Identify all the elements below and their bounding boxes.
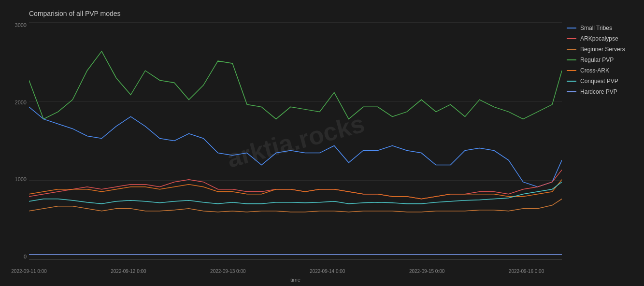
legend-color-cross-ark (567, 70, 576, 71)
legend-label-arkpocalypse: ARKpocalypse (580, 35, 618, 42)
x-label-1: 2022-09-12 0:00 (111, 269, 146, 274)
x-label-3: 2022-09-14 0:00 (310, 269, 345, 274)
legend-item-cross-ark: Cross-ARK (567, 67, 634, 74)
legend-color-regular-pvp (567, 59, 576, 60)
chart-plot: 3000 2000 1000 0 arktia.rocks (29, 22, 562, 260)
y-label-1000: 1000 (2, 176, 27, 182)
legend-color-beginner-servers (567, 49, 576, 50)
legend-label-conquest-pvp: Conquest PVP (580, 78, 618, 85)
legend-label-regular-pvp: Regular PVP (580, 57, 614, 63)
y-label-0: 0 (2, 254, 27, 259)
legend-label-small-tribes: Small Tribes (580, 25, 612, 31)
x-label-2: 2022-09-13 0:00 (210, 269, 245, 274)
legend-item-small-tribes: Small Tribes (567, 25, 634, 31)
regular-pvp-line (29, 51, 562, 119)
legend-label-hardcore-pvp: Hardcore PVP (580, 88, 617, 95)
legend-label-cross-ark: Cross-ARK (580, 67, 609, 74)
legend: Small Tribes ARKpocalypse Beginner Serve… (562, 22, 639, 260)
y-axis: 3000 2000 1000 0 (2, 22, 27, 259)
legend-color-arkpocalypse (567, 38, 576, 39)
chart-area: 3000 2000 1000 0 arktia.rocks (29, 22, 639, 260)
x-label-4: 2022-09-15 0:00 (409, 269, 444, 274)
legend-color-hardcore-pvp (567, 91, 576, 92)
x-label-5: 2022-09-16 0:00 (509, 269, 544, 274)
legend-color-small-tribes (567, 28, 576, 29)
legend-item-beginner-servers: Beginner Servers (567, 46, 634, 53)
chart-container: Comparision of all PVP modes 3000 2000 1… (0, 0, 644, 286)
conquest-pvp-line (29, 182, 562, 204)
x-label-0: 2022-09-11 0:00 (11, 269, 46, 274)
chart-title: Comparision of all PVP modes (29, 10, 639, 17)
chart-svg (29, 22, 562, 259)
small-tribes-line (29, 107, 562, 186)
legend-item-arkpocalypse: ARKpocalypse (567, 35, 634, 42)
y-label-3000: 3000 (2, 22, 27, 28)
legend-color-conquest-pvp (567, 81, 576, 82)
legend-item-hardcore-pvp: Hardcore PVP (567, 88, 634, 95)
legend-item-conquest-pvp: Conquest PVP (567, 78, 634, 85)
legend-item-regular-pvp: Regular PVP (567, 57, 634, 63)
beginner-servers-line (29, 199, 562, 212)
x-axis-title: time (290, 277, 301, 283)
legend-label-beginner-servers: Beginner Servers (580, 46, 625, 53)
arkpocalypse-line (29, 170, 562, 199)
cross-ark-line (29, 180, 562, 199)
y-label-2000: 2000 (2, 100, 27, 105)
x-axis: 2022-09-11 0:00 2022-09-12 0:00 2022-09-… (29, 269, 562, 274)
